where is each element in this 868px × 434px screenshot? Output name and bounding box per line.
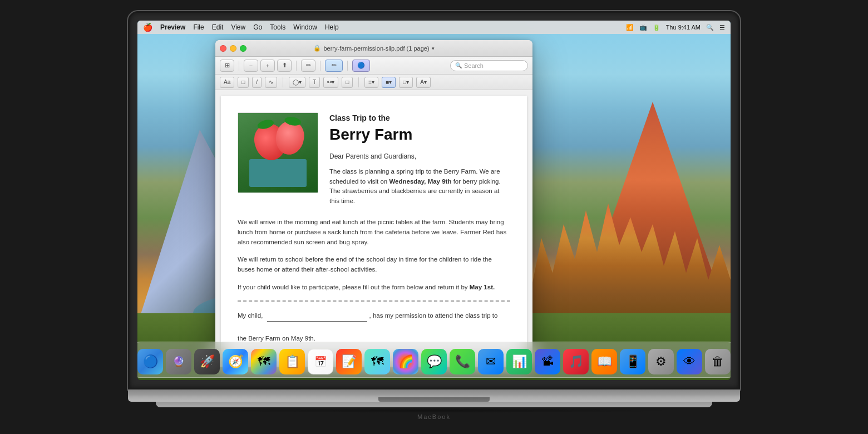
document-main-title: Berry Farm (329, 126, 510, 144)
phone-icon: 📞 (455, 354, 470, 369)
window-controls (220, 45, 246, 52)
dock-maps-icon[interactable]: 🗺 (364, 349, 390, 374)
macbook-computer: 🍎 Preview File Edit View Go Tools Window… (100, 11, 768, 423)
toolbar-separator-1 (239, 61, 239, 71)
app-name-menu[interactable]: Preview (160, 23, 185, 31)
dock-numbers-icon[interactable]: 📊 (506, 349, 532, 374)
fill-color-button[interactable]: ■▾ (382, 77, 396, 88)
markup-button[interactable]: 🔵 (352, 60, 370, 72)
dock-keynote-icon[interactable]: 📽 (535, 349, 560, 374)
main-toolbar: ⊞ − + ⬆ ✏ ✏ 🔵 🔍 Search (215, 57, 532, 75)
dock-messages-icon[interactable]: 💬 (421, 349, 447, 374)
dock-reminders-icon[interactable]: 📝 (336, 349, 362, 374)
body-paragraph-1: We will arrive in the morning and eat lu… (238, 218, 510, 247)
strawberry-image (238, 112, 318, 193)
notes-icon: 📋 (285, 354, 300, 369)
help-menu[interactable]: Help (325, 23, 339, 31)
menu-bar-left: 🍎 Preview File Edit View Go Tools Window… (143, 23, 339, 32)
siri-icon: 🔮 (172, 356, 185, 368)
dock-calendar-icon[interactable]: 📅 (308, 349, 333, 374)
body-paragraph-3: If your child would like to participate,… (238, 283, 510, 293)
draw-button[interactable]: / (252, 77, 262, 88)
finder-icon: 🔵 (143, 354, 158, 369)
search-bar[interactable]: 🔍 Search (450, 60, 528, 71)
ibooks-icon: 📖 (597, 354, 612, 369)
minimize-button[interactable] (230, 45, 236, 52)
dock-notes-icon[interactable]: 📋 (279, 349, 305, 374)
zoom-in-button[interactable]: + (260, 60, 275, 72)
text-style-button[interactable]: Aa (220, 77, 234, 88)
stroke-style-button[interactable]: □▾ (399, 77, 413, 88)
edit-menu[interactable]: Edit (212, 23, 224, 31)
body-paragraph-2: We will return to school before the end … (238, 255, 510, 275)
shapes-dropdown-button[interactable]: ◯▾ (289, 77, 305, 88)
dock-photos2-icon[interactable]: 🌈 (393, 349, 418, 374)
rect-selection-button[interactable]: □ (238, 77, 249, 88)
signature-button[interactable]: ⚯▾ (323, 77, 338, 88)
calendar-icon: 📅 (314, 356, 327, 368)
text-box-button[interactable]: T (309, 77, 320, 88)
window-menu[interactable]: Window (293, 23, 317, 31)
sidebar-toggle-button[interactable]: ⊞ (220, 60, 234, 72)
annot-separator-2 (358, 77, 359, 87)
permission-line-2: the Berry Farm on May 9th. (238, 335, 315, 342)
notification-icon[interactable]: ☰ (719, 24, 725, 31)
align-dropdown-button[interactable]: ≡▾ (364, 77, 378, 88)
toolbar-separator-2 (296, 61, 297, 71)
dock-trash-icon[interactable]: 🗑 (705, 349, 731, 374)
pen-tool-button[interactable]: ✏ (301, 60, 315, 72)
close-button[interactable] (220, 45, 226, 52)
dock-phone-icon[interactable]: 📞 (450, 349, 475, 374)
go-menu[interactable]: Go (253, 23, 262, 31)
chevron-down-icon[interactable]: ▾ (432, 46, 435, 51)
itunes-icon: 🎵 (569, 354, 584, 369)
dock-appstore-icon[interactable]: 📱 (620, 349, 645, 374)
messages-icon: 💬 (427, 354, 442, 369)
dock-finder-icon[interactable]: 🔵 (137, 349, 163, 374)
keynote-icon: 📽 (541, 354, 554, 369)
airplay-icon: 📺 (639, 24, 647, 31)
window-title: 🔒 berry-farm-permission-slip.pdf (1 page… (313, 45, 434, 52)
macbook-foot: MacBook (156, 402, 712, 407)
view-menu[interactable]: View (231, 23, 245, 31)
dock-mail-icon[interactable]: ✉ (478, 349, 504, 374)
zoom-out-button[interactable]: − (244, 60, 258, 72)
battery-status: 🔋 (653, 24, 660, 31)
sketch-button[interactable]: ∿ (265, 77, 277, 88)
preview-window: 🔒 berry-farm-permission-slip.pdf (1 page… (215, 40, 532, 367)
file-menu[interactable]: File (193, 23, 204, 31)
launchpad-icon: 🚀 (200, 354, 215, 369)
basket-decoration (249, 159, 307, 187)
macbook-label: MacBook (417, 413, 451, 420)
dock-itunes-icon[interactable]: 🎵 (563, 349, 589, 374)
body-p3-text: If your child would like to participate,… (238, 284, 470, 290)
apple-menu[interactable]: 🍎 (143, 23, 152, 32)
document-greeting: Dear Parents and Guardians, (329, 151, 510, 161)
mail-icon: ✉ (486, 354, 496, 369)
document-subtitle: Class Trip to the (329, 112, 510, 124)
dock-settings-icon[interactable]: ⚙ (648, 349, 674, 374)
appstore-icon: 📱 (625, 354, 640, 369)
screen-bezel: 🍎 Preview File Edit View Go Tools Window… (128, 11, 740, 389)
dock-preview-icon[interactable]: 👁 (677, 349, 702, 374)
macbook-shadow (184, 408, 684, 413)
share-button[interactable]: ⬆ (277, 60, 292, 72)
tools-menu[interactable]: Tools (270, 23, 285, 31)
border-button[interactable]: □ (342, 77, 353, 88)
intro-bold-date: Wednesday, May 9th (389, 178, 451, 185)
document-title-area: Class Trip to the Berry Farm Dear Parent… (329, 112, 510, 206)
dock-photos-icon[interactable]: 🗺 (251, 349, 277, 374)
maximize-button[interactable] (240, 45, 246, 52)
annotate-button[interactable]: ✏ (325, 60, 343, 72)
lock-icon: 🔒 (313, 45, 321, 52)
permission-slip-text: My child, , has my permission to attend … (238, 309, 510, 344)
clock: Thu 9:41 AM (666, 24, 701, 31)
spotlight-icon[interactable]: 🔍 (706, 24, 714, 31)
dock-safari-icon[interactable]: 🧭 (223, 349, 248, 374)
text-style-btn2[interactable]: A▾ (416, 77, 431, 88)
dock-launchpad-icon[interactable]: 🚀 (194, 349, 220, 374)
document-body: We will arrive in the morning and eat lu… (238, 218, 510, 293)
dock-siri-icon[interactable]: 🔮 (166, 349, 191, 374)
dashed-separator (238, 300, 510, 302)
dock-ibooks-icon[interactable]: 📖 (591, 349, 617, 374)
